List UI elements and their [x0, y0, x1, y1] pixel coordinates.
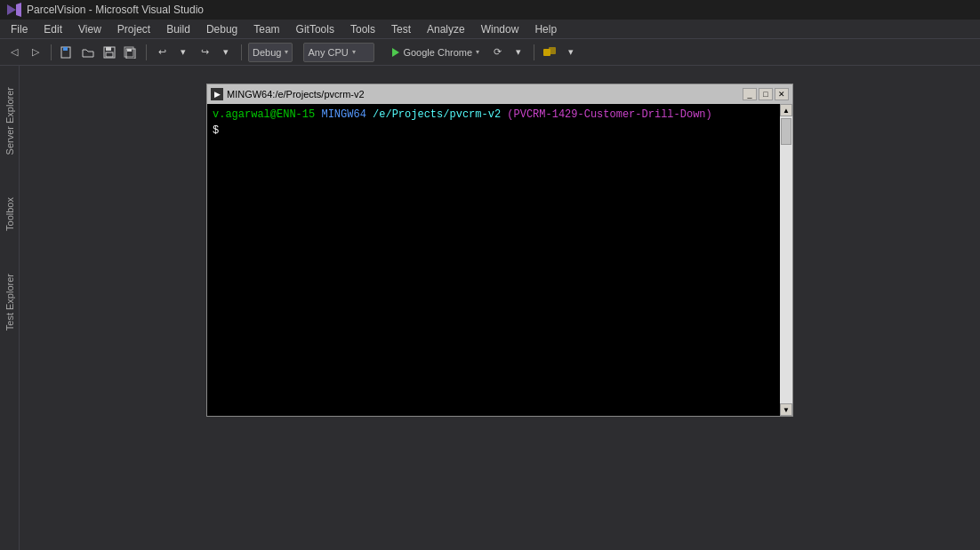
terminal-user: v.agarwal [213, 108, 270, 123]
terminal-cursor-line: $ [213, 124, 775, 137]
svg-rect-11 [549, 47, 556, 54]
menu-view[interactable]: View [71, 21, 108, 37]
sidebar-tab-toolbox[interactable]: Toolbox [3, 194, 17, 235]
terminal-at: @ [270, 108, 277, 123]
open-button[interactable] [79, 44, 97, 61]
terminal-prompt-line: v.agarwal@ENN-15 MINGW64 /e/Projects/pvc… [213, 108, 775, 123]
undo-button[interactable]: ↩ [153, 44, 171, 61]
toolbar: ◁ ▷ ↩ ▾ ↪ ▾ Debug ▾ Any CPU ▾ Google Chr… [0, 39, 980, 66]
save-button[interactable] [100, 44, 118, 61]
menu-tools[interactable]: Tools [343, 21, 382, 37]
terminal-title-text: MINGW64:/e/Projects/pvcrm-v2 [227, 89, 739, 100]
redo-button[interactable]: ↪ [196, 44, 213, 61]
menu-team[interactable]: Team [246, 21, 286, 37]
terminal-branch: (PVCRM-1429-Customer-Drill-Down) [507, 108, 711, 123]
content-area: ▶ MINGW64:/e/Projects/pvcrm-v2 _ □ ✕ v.a… [20, 66, 980, 550]
svg-marker-0 [7, 4, 16, 15]
menu-analyze[interactable]: Analyze [420, 21, 472, 37]
main-content: Server Explorer Toolbox Test Explorer ▶ … [0, 66, 980, 550]
toolbar-sep-3 [241, 44, 242, 60]
terminal-restore-button[interactable]: □ [759, 88, 773, 100]
menu-gittools[interactable]: GitTools [289, 21, 341, 37]
terminal-body: v.agarwal@ENN-15 MINGW64 /e/Projects/pvc… [207, 104, 792, 416]
terminal-close-button[interactable]: ✕ [775, 88, 789, 100]
vs-logo-icon [7, 3, 21, 17]
config-dropdown[interactable]: Debug ▾ [248, 43, 293, 62]
run-dropdown-arrow: ▾ [476, 48, 479, 56]
svg-rect-6 [106, 52, 113, 57]
run-label: Google Chrome [403, 47, 472, 58]
config-label: Debug [253, 47, 281, 58]
refresh-button[interactable]: ⟳ [488, 44, 506, 61]
terminal-space2 [366, 108, 373, 123]
terminal-prompt-symbol: $ [213, 124, 219, 137]
back-button[interactable]: ◁ [5, 44, 23, 61]
svg-rect-3 [63, 47, 68, 51]
menu-project[interactable]: Project [110, 21, 157, 37]
terminal-content[interactable]: v.agarwal@ENN-15 MINGW64 /e/Projects/pvc… [207, 104, 780, 416]
terminal-space [315, 108, 321, 123]
platform-label: Any CPU [308, 47, 348, 58]
config-arrow-icon: ▾ [285, 48, 288, 56]
terminal-title-bar: ▶ MINGW64:/e/Projects/pvcrm-v2 _ □ ✕ [207, 84, 792, 104]
play-icon [392, 48, 399, 57]
forward-button[interactable]: ▷ [27, 44, 44, 61]
svg-marker-1 [16, 3, 21, 17]
scroll-up-button[interactable]: ▲ [780, 104, 792, 116]
title-bar: ParcelVision - Microsoft Visual Studio [0, 0, 980, 20]
redo-dropdown[interactable]: ▾ [217, 44, 235, 61]
save-all-button[interactable] [122, 44, 140, 61]
terminal-window: ▶ MINGW64:/e/Projects/pvcrm-v2 _ □ ✕ v.a… [206, 84, 793, 417]
refresh-dropdown[interactable]: ▾ [510, 44, 527, 61]
sidebar-tab-server-explorer[interactable]: Server Explorer [3, 84, 17, 158]
sidebar-tab-test-explorer[interactable]: Test Explorer [3, 270, 17, 334]
left-sidebar: Server Explorer Toolbox Test Explorer [0, 66, 20, 550]
terminal-controls: _ □ ✕ [743, 88, 789, 100]
terminal-path: /e/Projects/pvcrm-v2 [373, 108, 501, 123]
menu-window[interactable]: Window [474, 21, 526, 37]
scroll-down-button[interactable]: ▼ [780, 403, 792, 416]
platform-arrow-icon: ▾ [352, 48, 356, 56]
terminal-host: ENN-15 [277, 108, 315, 123]
menu-bar: File Edit View Project Build Debug Team … [0, 20, 980, 39]
menu-help[interactable]: Help [527, 21, 564, 37]
toolbar-sep-1 [51, 44, 52, 60]
undo-dropdown[interactable]: ▾ [174, 44, 192, 61]
menu-edit[interactable]: Edit [36, 21, 69, 37]
svg-rect-9 [127, 49, 132, 52]
toolbar-sep-2 [146, 44, 147, 60]
scroll-thumb[interactable] [781, 118, 791, 145]
svg-rect-5 [106, 47, 111, 51]
menu-test[interactable]: Test [384, 21, 418, 37]
terminal-shell: MINGW64 [321, 108, 365, 123]
run-button[interactable]: Google Chrome ▾ [387, 45, 485, 60]
terminal-scrollbar: ▲ ▼ [780, 104, 792, 416]
toolbar-sep-4 [534, 44, 534, 60]
extra-button[interactable]: ▾ [562, 44, 580, 61]
platform-dropdown[interactable]: Any CPU ▾ [303, 43, 374, 62]
menu-debug[interactable]: Debug [199, 21, 245, 37]
terminal-icon: ▶ [211, 88, 223, 100]
new-button[interactable] [58, 44, 76, 61]
scroll-track [780, 116, 792, 403]
window-title: ParcelVision - Microsoft Visual Studio [27, 4, 204, 16]
terminal-minimize-button[interactable]: _ [743, 88, 757, 100]
extension-button[interactable] [541, 44, 558, 61]
menu-build[interactable]: Build [159, 21, 197, 37]
terminal-space3 [501, 108, 507, 123]
menu-file[interactable]: File [4, 21, 35, 37]
